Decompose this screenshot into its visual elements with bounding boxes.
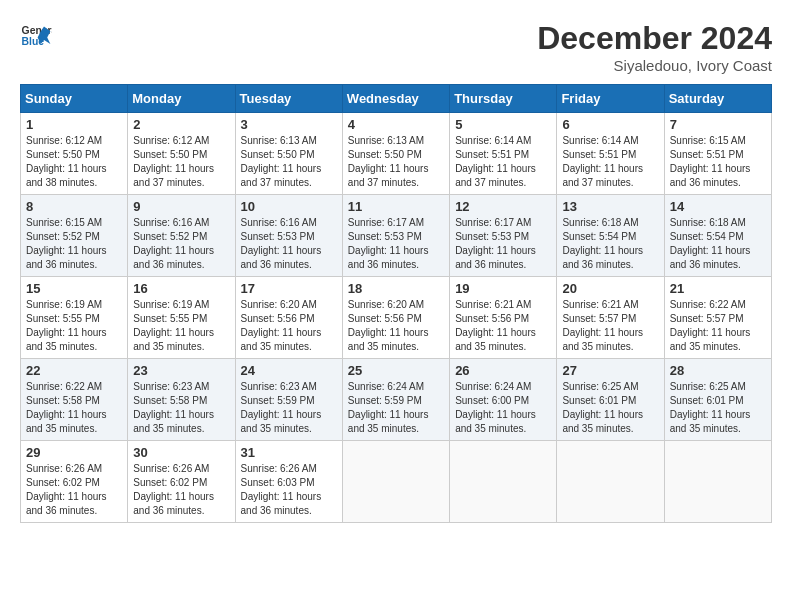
day-number: 20 — [562, 281, 658, 296]
day-number: 7 — [670, 117, 766, 132]
day-info: Sunrise: 6:25 AMSunset: 6:01 PMDaylight:… — [562, 380, 658, 436]
calendar-cell: 1Sunrise: 6:12 AMSunset: 5:50 PMDaylight… — [21, 113, 128, 195]
calendar-cell: 26Sunrise: 6:24 AMSunset: 6:00 PMDayligh… — [450, 359, 557, 441]
calendar-cell: 18Sunrise: 6:20 AMSunset: 5:56 PMDayligh… — [342, 277, 449, 359]
logo-icon: General Blue — [20, 20, 52, 52]
calendar-week-4: 22Sunrise: 6:22 AMSunset: 5:58 PMDayligh… — [21, 359, 772, 441]
day-info: Sunrise: 6:12 AMSunset: 5:50 PMDaylight:… — [133, 134, 229, 190]
weekday-header-wednesday: Wednesday — [342, 85, 449, 113]
calendar-cell: 17Sunrise: 6:20 AMSunset: 5:56 PMDayligh… — [235, 277, 342, 359]
day-info: Sunrise: 6:16 AMSunset: 5:52 PMDaylight:… — [133, 216, 229, 272]
calendar-cell: 20Sunrise: 6:21 AMSunset: 5:57 PMDayligh… — [557, 277, 664, 359]
day-number: 10 — [241, 199, 337, 214]
calendar-cell — [450, 441, 557, 523]
calendar-cell: 10Sunrise: 6:16 AMSunset: 5:53 PMDayligh… — [235, 195, 342, 277]
weekday-header-thursday: Thursday — [450, 85, 557, 113]
day-info: Sunrise: 6:18 AMSunset: 5:54 PMDaylight:… — [670, 216, 766, 272]
day-number: 27 — [562, 363, 658, 378]
calendar-cell: 12Sunrise: 6:17 AMSunset: 5:53 PMDayligh… — [450, 195, 557, 277]
day-number: 16 — [133, 281, 229, 296]
calendar-week-1: 1Sunrise: 6:12 AMSunset: 5:50 PMDaylight… — [21, 113, 772, 195]
day-info: Sunrise: 6:22 AMSunset: 5:57 PMDaylight:… — [670, 298, 766, 354]
day-info: Sunrise: 6:26 AMSunset: 6:02 PMDaylight:… — [26, 462, 122, 518]
day-number: 24 — [241, 363, 337, 378]
day-info: Sunrise: 6:22 AMSunset: 5:58 PMDaylight:… — [26, 380, 122, 436]
weekday-header-tuesday: Tuesday — [235, 85, 342, 113]
day-info: Sunrise: 6:25 AMSunset: 6:01 PMDaylight:… — [670, 380, 766, 436]
weekday-header-row: SundayMondayTuesdayWednesdayThursdayFrid… — [21, 85, 772, 113]
calendar-cell: 9Sunrise: 6:16 AMSunset: 5:52 PMDaylight… — [128, 195, 235, 277]
day-info: Sunrise: 6:12 AMSunset: 5:50 PMDaylight:… — [26, 134, 122, 190]
day-number: 23 — [133, 363, 229, 378]
day-info: Sunrise: 6:14 AMSunset: 5:51 PMDaylight:… — [455, 134, 551, 190]
day-info: Sunrise: 6:26 AMSunset: 6:02 PMDaylight:… — [133, 462, 229, 518]
day-number: 25 — [348, 363, 444, 378]
calendar-cell: 4Sunrise: 6:13 AMSunset: 5:50 PMDaylight… — [342, 113, 449, 195]
day-number: 31 — [241, 445, 337, 460]
calendar-cell: 7Sunrise: 6:15 AMSunset: 5:51 PMDaylight… — [664, 113, 771, 195]
calendar-cell: 24Sunrise: 6:23 AMSunset: 5:59 PMDayligh… — [235, 359, 342, 441]
page-header: General Blue December 2024 Siyaledouo, I… — [20, 20, 772, 74]
title-area: December 2024 Siyaledouo, Ivory Coast — [537, 20, 772, 74]
day-number: 18 — [348, 281, 444, 296]
day-info: Sunrise: 6:13 AMSunset: 5:50 PMDaylight:… — [348, 134, 444, 190]
day-number: 30 — [133, 445, 229, 460]
calendar-cell: 8Sunrise: 6:15 AMSunset: 5:52 PMDaylight… — [21, 195, 128, 277]
day-info: Sunrise: 6:24 AMSunset: 6:00 PMDaylight:… — [455, 380, 551, 436]
calendar-week-5: 29Sunrise: 6:26 AMSunset: 6:02 PMDayligh… — [21, 441, 772, 523]
logo: General Blue — [20, 20, 52, 52]
calendar-cell: 19Sunrise: 6:21 AMSunset: 5:56 PMDayligh… — [450, 277, 557, 359]
calendar-cell: 29Sunrise: 6:26 AMSunset: 6:02 PMDayligh… — [21, 441, 128, 523]
day-info: Sunrise: 6:20 AMSunset: 5:56 PMDaylight:… — [348, 298, 444, 354]
calendar-cell: 16Sunrise: 6:19 AMSunset: 5:55 PMDayligh… — [128, 277, 235, 359]
calendar-table: SundayMondayTuesdayWednesdayThursdayFrid… — [20, 84, 772, 523]
day-number: 9 — [133, 199, 229, 214]
calendar-cell: 3Sunrise: 6:13 AMSunset: 5:50 PMDaylight… — [235, 113, 342, 195]
day-number: 28 — [670, 363, 766, 378]
day-info: Sunrise: 6:20 AMSunset: 5:56 PMDaylight:… — [241, 298, 337, 354]
calendar-cell — [664, 441, 771, 523]
calendar-subtitle: Siyaledouo, Ivory Coast — [537, 57, 772, 74]
calendar-cell: 13Sunrise: 6:18 AMSunset: 5:54 PMDayligh… — [557, 195, 664, 277]
calendar-cell: 23Sunrise: 6:23 AMSunset: 5:58 PMDayligh… — [128, 359, 235, 441]
calendar-cell: 27Sunrise: 6:25 AMSunset: 6:01 PMDayligh… — [557, 359, 664, 441]
calendar-cell — [557, 441, 664, 523]
calendar-cell: 2Sunrise: 6:12 AMSunset: 5:50 PMDaylight… — [128, 113, 235, 195]
calendar-week-3: 15Sunrise: 6:19 AMSunset: 5:55 PMDayligh… — [21, 277, 772, 359]
day-info: Sunrise: 6:14 AMSunset: 5:51 PMDaylight:… — [562, 134, 658, 190]
day-info: Sunrise: 6:21 AMSunset: 5:57 PMDaylight:… — [562, 298, 658, 354]
weekday-header-monday: Monday — [128, 85, 235, 113]
day-info: Sunrise: 6:17 AMSunset: 5:53 PMDaylight:… — [455, 216, 551, 272]
calendar-cell: 5Sunrise: 6:14 AMSunset: 5:51 PMDaylight… — [450, 113, 557, 195]
day-number: 12 — [455, 199, 551, 214]
day-info: Sunrise: 6:19 AMSunset: 5:55 PMDaylight:… — [26, 298, 122, 354]
day-number: 3 — [241, 117, 337, 132]
day-number: 29 — [26, 445, 122, 460]
calendar-cell: 11Sunrise: 6:17 AMSunset: 5:53 PMDayligh… — [342, 195, 449, 277]
calendar-cell: 6Sunrise: 6:14 AMSunset: 5:51 PMDaylight… — [557, 113, 664, 195]
day-info: Sunrise: 6:24 AMSunset: 5:59 PMDaylight:… — [348, 380, 444, 436]
day-number: 21 — [670, 281, 766, 296]
day-number: 13 — [562, 199, 658, 214]
day-info: Sunrise: 6:13 AMSunset: 5:50 PMDaylight:… — [241, 134, 337, 190]
calendar-cell: 14Sunrise: 6:18 AMSunset: 5:54 PMDayligh… — [664, 195, 771, 277]
day-info: Sunrise: 6:17 AMSunset: 5:53 PMDaylight:… — [348, 216, 444, 272]
day-info: Sunrise: 6:18 AMSunset: 5:54 PMDaylight:… — [562, 216, 658, 272]
day-number: 4 — [348, 117, 444, 132]
day-number: 26 — [455, 363, 551, 378]
day-info: Sunrise: 6:26 AMSunset: 6:03 PMDaylight:… — [241, 462, 337, 518]
day-number: 19 — [455, 281, 551, 296]
calendar-cell — [342, 441, 449, 523]
day-number: 17 — [241, 281, 337, 296]
calendar-cell: 15Sunrise: 6:19 AMSunset: 5:55 PMDayligh… — [21, 277, 128, 359]
day-info: Sunrise: 6:21 AMSunset: 5:56 PMDaylight:… — [455, 298, 551, 354]
day-number: 15 — [26, 281, 122, 296]
calendar-title: December 2024 — [537, 20, 772, 57]
day-number: 8 — [26, 199, 122, 214]
day-number: 14 — [670, 199, 766, 214]
calendar-cell: 22Sunrise: 6:22 AMSunset: 5:58 PMDayligh… — [21, 359, 128, 441]
weekday-header-sunday: Sunday — [21, 85, 128, 113]
weekday-header-saturday: Saturday — [664, 85, 771, 113]
day-number: 22 — [26, 363, 122, 378]
calendar-cell: 31Sunrise: 6:26 AMSunset: 6:03 PMDayligh… — [235, 441, 342, 523]
